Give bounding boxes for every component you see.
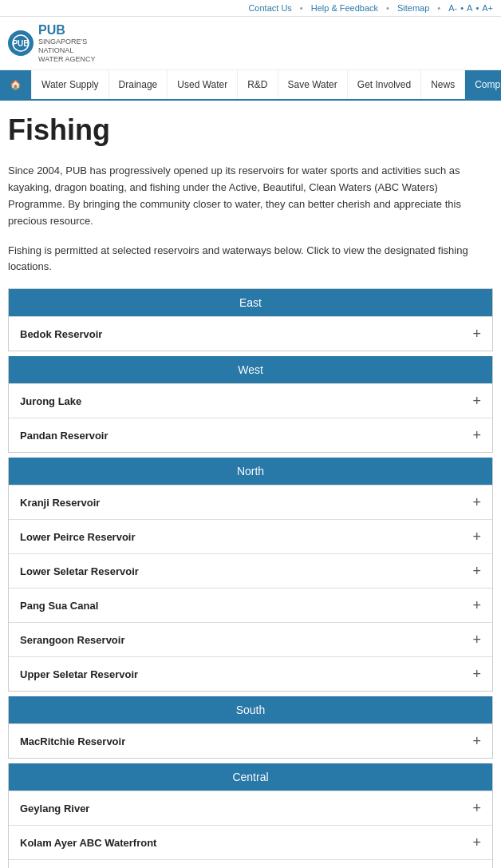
logo-tagline: SINGAPORE'S NATIONAL WATER AGENCY: [38, 38, 96, 63]
accordion-item-label: Kolam Ayer ABC Waterfront: [20, 837, 156, 849]
accordion-item[interactable]: Pang Sua Canal+: [9, 588, 492, 622]
accordion-item[interactable]: Jurong Lake+: [9, 383, 492, 418]
accordion-item-label: Upper Seletar Reservoir: [20, 668, 138, 680]
section-header-west: West: [9, 356, 492, 383]
accordion-item[interactable]: Geylang River+: [9, 791, 492, 825]
expand-icon: +: [472, 835, 481, 850]
section-group-south: SouthMacRitchie Reservoir+: [8, 696, 493, 759]
logo[interactable]: PUB PUB SINGAPORE'S NATIONAL WATER AGENC…: [8, 23, 96, 63]
accordion-item-label: Pang Sua Canal: [20, 600, 98, 612]
home-icon: 🏠: [10, 79, 22, 90]
contact-us-link[interactable]: Contact Us: [248, 3, 291, 13]
nav-rd[interactable]: R&D: [238, 70, 278, 99]
sitemap-link[interactable]: Sitemap: [397, 3, 429, 13]
separator-2: •: [386, 3, 389, 13]
site-header: PUB PUB SINGAPORE'S NATIONAL WATER AGENC…: [0, 17, 501, 70]
nav-save-water[interactable]: Save Water: [278, 70, 348, 99]
section-group-north: NorthKranji Reservoir+Lower Peirce Reser…: [8, 458, 493, 692]
expand-icon: +: [472, 598, 481, 612]
logo-pub-text: PUB: [38, 23, 96, 38]
separator-5: •: [475, 3, 479, 13]
nav-compliance[interactable]: Compliance: [465, 70, 501, 99]
expand-icon: +: [472, 495, 481, 509]
font-normal-button[interactable]: A: [467, 3, 472, 13]
accordion-item[interactable]: Marina Reservoir+: [9, 859, 492, 868]
accordion-item[interactable]: Serangoon Reservoir+: [9, 622, 492, 656]
section-header-central: Central: [9, 763, 492, 791]
separator-1: •: [300, 3, 303, 13]
accordion-item-label: Bedok Reservoir: [20, 328, 102, 340]
nav-news[interactable]: News: [421, 70, 465, 99]
section-group-central: CentralGeylang River+Kolam Ayer ABC Wate…: [8, 763, 493, 868]
section-group-west: WestJurong Lake+Pandan Reservoir+: [8, 356, 493, 453]
accordion-item-label: Kranji Reservoir: [20, 497, 100, 509]
font-increase-button[interactable]: A+: [482, 3, 493, 13]
accordion-item-label: Geylang River: [20, 803, 89, 814]
expand-icon: +: [472, 801, 481, 815]
expand-icon: +: [472, 529, 481, 544]
page-title: Fishing: [8, 113, 493, 147]
nav-home[interactable]: 🏠: [0, 70, 32, 99]
accordion-item[interactable]: Kranji Reservoir+: [9, 485, 492, 519]
expand-icon: +: [472, 428, 481, 442]
accordion-item[interactable]: Upper Seletar Reservoir+: [9, 656, 492, 691]
section-group-east: EastBedok Reservoir+: [8, 288, 493, 351]
accordion-item[interactable]: Pandan Reservoir+: [9, 418, 492, 452]
svg-text:PUB: PUB: [12, 39, 29, 48]
section-header-south: South: [9, 696, 492, 723]
logo-icon: PUB: [8, 30, 34, 56]
accordion-item[interactable]: MacRitchie Reservoir+: [9, 723, 492, 758]
font-size-controls: A- • A • A+: [448, 3, 493, 13]
nav-drainage[interactable]: Drainage: [109, 70, 168, 99]
font-decrease-button[interactable]: A-: [448, 3, 457, 13]
accordion-item[interactable]: Lower Peirce Reservoir+: [9, 519, 492, 553]
expand-icon: +: [472, 394, 481, 408]
expand-icon: +: [472, 327, 481, 341]
help-feedback-link[interactable]: Help & Feedback: [311, 3, 378, 13]
accordion-item[interactable]: Lower Seletar Reservoir+: [9, 553, 492, 588]
separator-4: •: [460, 3, 464, 13]
expand-icon: +: [472, 632, 481, 647]
accordion-item[interactable]: Kolam Ayer ABC Waterfront+: [9, 825, 492, 859]
nav-get-involved[interactable]: Get Involved: [348, 70, 421, 99]
separator-3: •: [437, 3, 440, 13]
expand-icon: +: [472, 734, 481, 748]
section-header-north: North: [9, 458, 492, 485]
accordion-item[interactable]: Bedok Reservoir+: [9, 316, 492, 351]
logo-text: PUB SINGAPORE'S NATIONAL WATER AGENCY: [38, 23, 96, 63]
accordion-item-label: Jurong Lake: [20, 395, 81, 407]
nav-used-water[interactable]: Used Water: [168, 70, 238, 99]
accordion-item-label: Serangoon Reservoir: [20, 634, 125, 646]
nav-water-supply[interactable]: Water Supply: [32, 70, 109, 99]
expand-icon: +: [472, 667, 481, 681]
main-nav: 🏠 Water Supply Drainage Used Water R&D S…: [0, 70, 501, 101]
expand-icon: +: [472, 564, 481, 578]
fishing-note: Fishing is permitted at selected reservo…: [8, 243, 493, 276]
accordion-item-label: Lower Seletar Reservoir: [20, 565, 139, 577]
intro-paragraph: Since 2004, PUB has progressively opened…: [8, 163, 493, 229]
accordion-item-label: Pandan Reservoir: [20, 430, 108, 442]
utility-bar: Contact Us • Help & Feedback • Sitemap •…: [0, 0, 501, 17]
accordion-item-label: MacRitchie Reservoir: [20, 735, 125, 747]
page-content: Fishing Since 2004, PUB has progressivel…: [0, 101, 501, 868]
accordion-container: EastBedok Reservoir+WestJurong Lake+Pand…: [8, 288, 493, 868]
section-header-east: East: [9, 289, 492, 316]
accordion-item-label: Lower Peirce Reservoir: [20, 531, 136, 543]
